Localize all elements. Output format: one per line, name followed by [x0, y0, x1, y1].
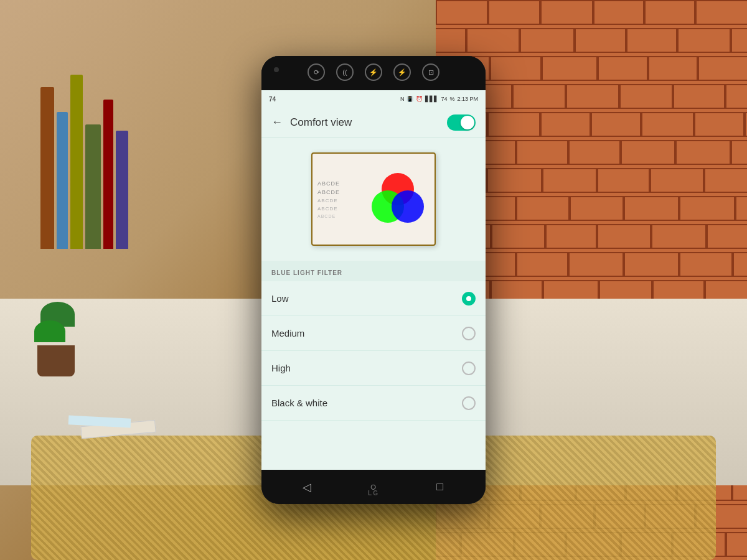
filter-label-bw: Black & white — [271, 398, 462, 408]
filter-option-bw[interactable]: Black & white — [261, 386, 486, 421]
status-icons: N 📳 ⏰ ▋▋▋ 74% 2:13 PM — [400, 96, 478, 102]
screen-content[interactable]: BLUE LIGHT FILTER Low Medium High — [261, 261, 486, 470]
app-bar: ← Comfort view — [261, 108, 486, 138]
recents-button[interactable]: □ — [428, 475, 453, 500]
rotate-icon: ⟳ — [308, 63, 325, 81]
time-display: 2:13 PM — [457, 96, 478, 102]
radio-button-medium[interactable] — [462, 327, 476, 340]
navigation-bar: ◁ ○ □ — [261, 470, 486, 504]
screenshot-icon: ⊡ — [422, 63, 439, 81]
phone-wrapper: ⟳ (( ⚡ ⚡ ⊡ 74 N 📳 ⏰ ▋▋▋ 74% 2:13 PM — [261, 56, 486, 504]
blue-light-filter-header: BLUE LIGHT FILTER — [261, 261, 486, 281]
flashlight-icon: ⚡ — [365, 63, 382, 81]
filter-option-low[interactable]: Low — [261, 281, 486, 316]
phone-screen: 74 N 📳 ⏰ ▋▋▋ 74% 2:13 PM ← Comfort view — [261, 90, 486, 470]
lg-brand-logo: LG — [368, 490, 379, 497]
battery-text: 74 — [269, 96, 276, 103]
back-nav-icon: ◁ — [303, 480, 311, 494]
status-bar: 74 N 📳 ⏰ ▋▋▋ 74% 2:13 PM — [261, 90, 486, 108]
comfort-view-toggle[interactable] — [447, 114, 476, 131]
filter-option-medium[interactable]: Medium — [261, 316, 486, 351]
filter-option-high[interactable]: High — [261, 351, 486, 386]
plant-decoration — [37, 302, 75, 380]
preview-area: ABCDE ABCDE ABCDE ABCDE ABCDE — [261, 138, 486, 261]
nfc-icon: N — [400, 96, 405, 102]
quick-settings-icons: ⟳ (( ⚡ ⚡ ⊡ — [308, 63, 439, 81]
front-camera — [274, 67, 279, 72]
recents-icon: □ — [436, 480, 443, 493]
radio-button-bw[interactable] — [462, 396, 476, 410]
bluetooth-icon: ⚡ — [393, 63, 411, 81]
vibrate-icon: 📳 — [406, 96, 413, 102]
back-button[interactable]: ← — [271, 116, 283, 129]
toggle-thumb — [461, 116, 474, 129]
radio-button-low[interactable] — [462, 292, 476, 306]
phone-device: ⟳ (( ⚡ ⚡ ⊡ 74 N 📳 ⏰ ▋▋▋ 74% 2:13 PM — [261, 56, 486, 504]
page-title: Comfort view — [290, 116, 447, 129]
phone-top-bar: ⟳ (( ⚡ ⚡ ⊡ — [261, 56, 486, 90]
alarm-icon: ⏰ — [416, 96, 423, 102]
back-nav-button[interactable]: ◁ — [294, 475, 319, 500]
signal-icon: ▋▋▋ — [425, 96, 438, 102]
svg-point-2 — [392, 190, 424, 223]
battery-icon: 74 — [441, 96, 447, 102]
book-preview-image: ABCDE ABCDE ABCDE ABCDE ABCDE — [311, 152, 436, 246]
filter-label-high: High — [271, 363, 462, 373]
filter-label-medium: Medium — [271, 328, 462, 338]
radio-inner-low — [466, 296, 471, 301]
decorative-books — [40, 62, 128, 249]
rgb-circles-svg — [370, 172, 425, 226]
filter-label-low: Low — [271, 293, 462, 304]
wifi-icon: (( — [336, 63, 354, 81]
radio-button-high[interactable] — [462, 362, 476, 375]
